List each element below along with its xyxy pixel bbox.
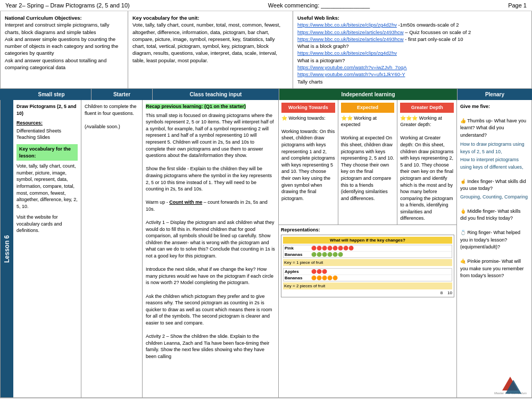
useful-links-col: Useful Web links: https://www.bbc.co.uk/… — [293, 11, 531, 88]
youtube-link-1[interactable]: https://www.youtube.com/watch?v=iwZJvh_7… — [297, 64, 407, 70]
teaching-ask: Ask the children which pictogram they pr… — [146, 293, 275, 327]
useful-links-label: Useful Web links: — [297, 15, 339, 21]
key-vocab-unit-col: Key vocabulary for the unit: Vote, tally… — [128, 11, 293, 88]
wt-text: Working towards: On this sheet, children… — [281, 128, 335, 202]
resources-label: Resources: — [16, 120, 78, 127]
indep-top: Working Towards ⭐ Working towards: Worki… — [279, 100, 456, 225]
pictogram-q: What is a pictogram? — [297, 57, 345, 63]
representations-label: Representations: — [281, 227, 454, 232]
teaching-col: Recap previous learning: (Q1 on the star… — [143, 100, 279, 397]
index-skills: Grouping, Counting, Comparing — [460, 194, 528, 201]
page-title: Year 2– Spring – Draw Pictograms (2, 5 a… — [5, 2, 130, 9]
middle-finger: 🖕 Middle finger- What skills did you fin… — [460, 208, 528, 222]
header-plenary: Plenary — [458, 89, 532, 100]
pinkie-promise: 🤙 Pinkie promise- What will you make sur… — [460, 258, 528, 280]
national-curriculum-col: National Curriculum Objectives: Interpre… — [1, 11, 128, 88]
starter-text: Children to complete the fluent in four … — [85, 103, 139, 117]
wt-stars: ⭐ Working towards: — [281, 115, 335, 122]
plenary-intro: Give me five: — [460, 103, 528, 111]
count-label: 8 10 — [440, 290, 452, 295]
pictogram1-title: What will happen if the key changes? — [283, 237, 452, 244]
working-towards-col: Working Towards ⭐ Working towards: Worki… — [279, 100, 338, 225]
row-pink-label: Pink — [285, 246, 311, 251]
teaching-warmup: Warm up - Count with me – count forwards… — [146, 199, 275, 212]
exp-stars: ⭐⭐ Working at expected — [341, 115, 395, 128]
top-section: National Curriculum Objectives: Interpre… — [0, 11, 532, 89]
key-row-2: Key = 2 pieces of fruit — [283, 282, 452, 289]
column-headers: Small step Starter Class teaching input … — [0, 89, 532, 100]
teaching-introduce: Introduce the next slide, what if we cha… — [146, 266, 275, 286]
link-1[interactable]: https://www.bbc.co.uk/bitesize/clips/zg4… — [297, 22, 397, 28]
youtube-link-2[interactable]: https://www.youtube.com/watch?v=ufx1JkY6… — [297, 71, 405, 77]
greater-depth-header: Greater Depth — [400, 103, 454, 113]
plenary-link-1: How to draw pictograms using keys of 2, … — [460, 141, 528, 155]
expected-col: Expected ⭐⭐ Working at expected Working … — [338, 100, 398, 225]
link-3[interactable]: https://www.bbc.co.uk/bitesize/articles/… — [297, 36, 404, 42]
block-graph-link[interactable]: https://www.bbc.co.uk/bitesize/clips/zg4… — [297, 50, 397, 56]
key-vocab-label: Key vocabulary for the lesson: — [19, 146, 71, 159]
starter-col: Children to complete the fluent in four … — [81, 100, 143, 397]
gd-text: Working at Greater depth: On this sheet,… — [400, 135, 454, 222]
row-bananas-label: Bananas — [285, 252, 311, 257]
working-towards-header: Working Towards — [281, 103, 335, 113]
link-2[interactable]: https://www.bbc.co.uk/bitesize/articles/… — [297, 29, 404, 35]
tally-charts-label: Tally charts — [297, 79, 323, 85]
ring-finger: 💍 Ring finger- What helped you in today'… — [460, 229, 528, 251]
header-starter: Starter — [92, 89, 153, 100]
plenary-col: Give me five: 👍 Thumbs up- What have you… — [457, 100, 531, 397]
teaching-activity2: Activity 2 – Show the children the slide… — [146, 333, 275, 360]
thumbs-up: 👍 Thumbs up- What have you learnt? What … — [460, 118, 528, 139]
header-teaching: Class teaching input — [153, 89, 279, 100]
row-bananas2-label: Bananas — [285, 276, 311, 280]
row-bananas2-circles: 🟠🟠🟠🟠🟠 — [311, 276, 338, 280]
resource-2: Teaching Slides — [16, 134, 78, 141]
representations-area: Representations: What will happen if the… — [279, 225, 456, 300]
key-row-1: Key = 1 piece of fruit — [283, 259, 452, 266]
block-graph-q: What is a block graph? — [297, 43, 349, 49]
header-independent: Independent learning — [279, 89, 458, 100]
starter-available: (Available soon.) — [85, 123, 139, 130]
exp-text: Working at expected On this sheet, child… — [341, 135, 395, 202]
kv-unit-text: Vote, tally, tally chart, count, number,… — [132, 22, 280, 63]
nc-label: National Curriculum Objectives: — [5, 15, 82, 21]
row-apples-label: Apples — [285, 269, 311, 274]
nc-obj-2: Ask and answer simple questions by count… — [5, 36, 118, 56]
week-commencing: Week commencing: _______________ — [268, 2, 370, 9]
main-content: Lesson 6 Draw Pictograms (2, 5 and 10) R… — [0, 100, 532, 398]
row-pink-circles: 🔴🔴🔴🔴🔴🔴🔴🔴 — [311, 246, 354, 251]
row-bananas-circles: 🟢🟢🟢🟢🟢🟢 — [311, 252, 343, 257]
warmup-label: Warm up - — [146, 200, 169, 205]
independent-col: Working Towards ⭐ Working towards: Worki… — [279, 100, 457, 397]
plenary-link-2: How to interpret pictograms using keys o… — [460, 156, 528, 171]
kv-unit-label: Key vocabulary for the unit: — [132, 15, 200, 21]
row-apples-circles: 🔴🔴🔴 — [311, 269, 327, 274]
index-finger: ☝ Index finger- What skills did you use … — [460, 178, 528, 193]
nc-obj-1: Interpret and construct simple pictogram… — [5, 22, 109, 35]
teaching-activity1: Activity 1 – Display the pictogram and a… — [146, 219, 275, 260]
key-vocab-box: Key vocabulary for the lesson: — [16, 144, 78, 161]
teaching-para1: This small step is focused on drawing pi… — [146, 112, 275, 159]
small-step-col: Draw Pictograms (2, 5 and 10) Resources:… — [13, 100, 81, 397]
visit-text: Visit the website for vocabulary cards a… — [16, 214, 78, 234]
teaching-slide1: Show the first slide - Explain to the ch… — [146, 165, 275, 192]
nc-obj-3: Ask and answer questions about totalling… — [5, 57, 106, 70]
resource-1: Differentiated Sheets — [16, 128, 78, 135]
gd-stars: ⭐⭐⭐ Working at Greater depth: — [400, 115, 454, 128]
page-header: Year 2– Spring – Draw Pictograms (2, 5 a… — [0, 0, 532, 11]
expected-header: Expected — [341, 103, 395, 113]
small-step-title: Draw Pictograms (2, 5 and 10) — [16, 103, 78, 117]
greater-depth-col: Greater Depth ⭐⭐⭐ Working at Greater dep… — [397, 100, 456, 225]
lesson-label: Lesson 6 — [1, 100, 13, 397]
count-with-me: Count with me — [169, 200, 202, 205]
vocab-list: Vote, tally, tally chart, count, number,… — [16, 163, 78, 210]
recap-label: Recap previous learning: (Q1 on the star… — [146, 104, 246, 109]
header-small-step: Small step — [12, 89, 92, 100]
page-number: Page 1 — [508, 2, 527, 9]
